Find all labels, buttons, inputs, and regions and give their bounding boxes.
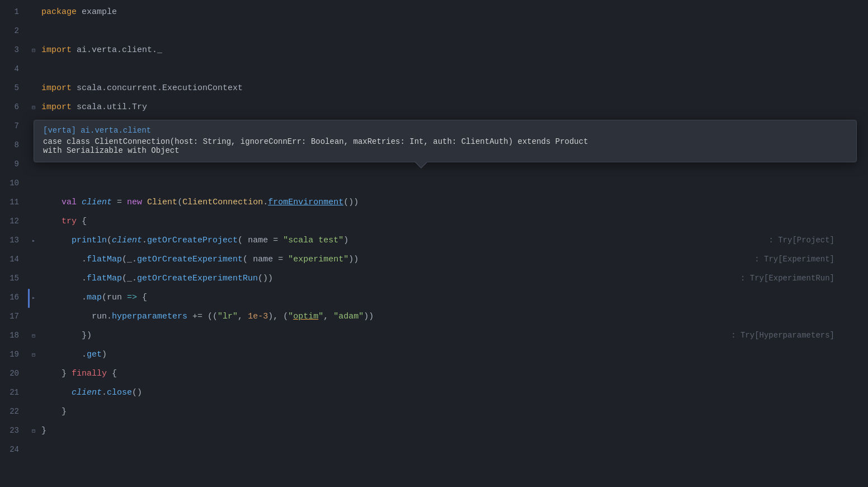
code-line-22: 22 } <box>0 402 868 421</box>
line-content-1: package example <box>39 3 868 22</box>
line-content-16: .map(run => { <box>39 288 868 307</box>
code-line-24: 24 <box>0 440 868 459</box>
code-line-15: 15 .flatMap(_.getOrCreateExperimentRun()… <box>0 269 868 288</box>
fold-icon-23[interactable]: ⊟ <box>32 422 35 441</box>
line-number-14: 14 <box>0 250 28 269</box>
fold-icon-13[interactable]: ▸ <box>32 232 35 251</box>
line-content-5: import scala.concurrent.ExecutionContext <box>39 79 868 98</box>
type-hint-14: : Try[Experiment] <box>754 250 834 269</box>
code-line-16: 16 ▸ .map(run => { <box>0 288 868 307</box>
gutter-16[interactable]: ▸ <box>28 289 39 308</box>
line-content-3: import ai.verta.client._ <box>39 41 868 60</box>
line-number-5: 5 <box>0 78 28 97</box>
gutter-19[interactable]: ⊟ <box>28 346 39 365</box>
line-number-16: 16 <box>0 288 28 307</box>
line-number-1: 1 <box>0 2 28 21</box>
line-number-22: 22 <box>0 402 28 421</box>
line-number-17: 17 <box>0 307 28 326</box>
gutter-23[interactable]: ⊟ <box>28 422 39 441</box>
gutter-6[interactable]: ⊟ <box>28 99 39 118</box>
tooltip-line3: with Serializable with Object <box>43 146 847 155</box>
line-number-12: 12 <box>0 212 28 231</box>
tooltip-popup: [verta] ai.verta.client case class Clien… <box>34 120 857 162</box>
line-number-18: 18 <box>0 326 28 345</box>
line-content-14: .flatMap(_.getOrCreateExperiment( name =… <box>39 250 868 269</box>
type-hint-15: : Try[ExperimentRun] <box>740 269 834 288</box>
code-line-1: 1 package example <box>0 2 868 21</box>
gutter-18[interactable]: ⊟ <box>28 327 39 346</box>
code-line-11: 11 val client = new Client(ClientConnect… <box>0 193 868 212</box>
fold-icon-16[interactable]: ▸ <box>32 289 35 308</box>
line-number-9: 9 <box>0 154 28 174</box>
code-line-19: 19 ⊟ .get) <box>0 345 868 364</box>
gutter-13[interactable]: ▸ <box>28 232 39 251</box>
line-number-20: 20 <box>0 364 28 383</box>
line-number-4: 4 <box>0 59 28 78</box>
line-content-17: run.hyperparameters += (("lr", 1e-3), ("… <box>39 307 868 326</box>
code-line-6: 6 ⊟ import scala.util.Try <box>0 97 868 116</box>
code-line-4: 4 <box>0 59 868 78</box>
fold-icon-18[interactable]: ⊟ <box>32 327 35 346</box>
line-number-8: 8 <box>0 135 28 154</box>
fold-icon-19[interactable]: ⊟ <box>32 346 35 365</box>
line-number-6: 6 <box>0 97 28 116</box>
line-number-2: 2 <box>0 21 28 40</box>
line-number-10: 10 <box>0 174 28 193</box>
code-editor[interactable]: 1 package example 2 3 ⊟ import ai.verta.… <box>0 0 868 487</box>
line-content-19: .get) <box>39 345 868 364</box>
line-content-20: } finally { <box>39 364 868 383</box>
line-content-13: println(client.getOrCreateProject( name … <box>39 231 868 250</box>
fold-icon-3[interactable]: ⊟ <box>32 41 35 60</box>
code-line-21: 21 client.close() <box>0 383 868 402</box>
code-line-3: 3 ⊟ import ai.verta.client._ <box>0 40 868 59</box>
line-number-23: 23 <box>0 421 28 440</box>
line-content-12: try { <box>39 212 868 231</box>
line-content-23: } <box>39 422 868 441</box>
tooltip-line1: [verta] ai.verta.client <box>43 126 847 135</box>
code-line-2: 2 <box>0 21 868 40</box>
line-content-22: } <box>39 402 868 422</box>
code-line-14: 14 .flatMap(_.getOrCreateExperiment( nam… <box>0 250 868 269</box>
code-line-23: 23 ⊟ } <box>0 421 868 440</box>
line-number-24: 24 <box>0 440 28 459</box>
line-content-11: val client = new Client(ClientConnection… <box>39 193 868 212</box>
line-number-15: 15 <box>0 269 28 288</box>
tooltip-line2: case class ClientConnection(host: String… <box>43 137 847 146</box>
code-line-13: 13 ▸ println(client.getOrCreateProject( … <box>0 231 868 250</box>
code-line-17: 17 run.hyperparameters += (("lr", 1e-3),… <box>0 307 868 326</box>
line-number-11: 11 <box>0 193 28 212</box>
line-number-13: 13 <box>0 231 28 250</box>
code-line-5: 5 import scala.concurrent.ExecutionConte… <box>0 78 868 97</box>
line-number-19: 19 <box>0 345 28 364</box>
active-line-bar <box>28 289 30 308</box>
code-line-18: 18 ⊟ }) : Try[Hyperparameters] <box>0 326 868 345</box>
gutter-3[interactable]: ⊟ <box>28 41 39 60</box>
line-content-21: client.close() <box>39 383 868 402</box>
code-line-20: 20 } finally { <box>0 364 868 383</box>
tooltip-arrow-inner <box>416 162 427 167</box>
code-line-10: 10 <box>0 174 868 193</box>
line-number-7: 7 <box>0 116 28 135</box>
line-content-6: import scala.util.Try <box>39 98 868 117</box>
line-number-21: 21 <box>0 383 28 402</box>
line-number-3: 3 <box>0 40 28 59</box>
type-hint-18: : Try[Hyperparameters] <box>731 326 834 345</box>
type-hint-13: : Try[Project] <box>768 231 834 250</box>
code-line-12: 12 try { <box>0 212 868 231</box>
fold-icon-6[interactable]: ⊟ <box>32 99 35 118</box>
